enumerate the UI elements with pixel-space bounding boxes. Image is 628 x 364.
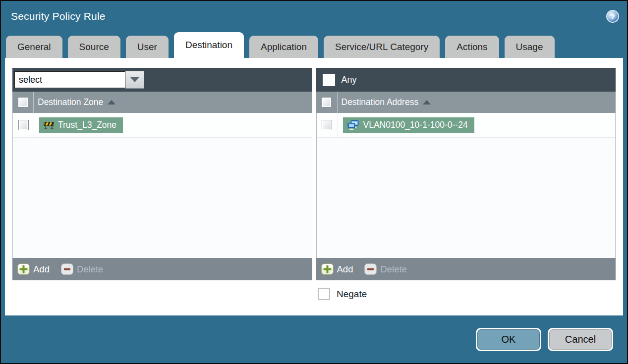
add-plus-icon: [321, 263, 334, 275]
add-plus-icon: [17, 263, 30, 275]
tab-bar: General Source User Destination Applicat…: [1, 32, 627, 58]
tab-usage[interactable]: Usage: [505, 36, 555, 58]
destination-zone-panel: Destination Zone: [12, 68, 312, 280]
tab-destination[interactable]: Destination: [174, 32, 244, 58]
destination-address-panel: Any Destination Address: [316, 68, 616, 280]
zone-add-button[interactable]: Add: [17, 263, 50, 275]
zone-select-dropdown-button[interactable]: [125, 71, 144, 89]
zone-panel-toolbar: [12, 68, 312, 92]
zone-row-checkbox[interactable]: [18, 120, 29, 130]
sort-ascending-icon: [108, 100, 115, 104]
dialog-title: Security Policy Rule: [11, 10, 106, 22]
address-add-button[interactable]: Add: [321, 263, 353, 275]
chevron-down-icon: [130, 77, 139, 82]
zone-select-all-checkbox[interactable]: [18, 97, 28, 107]
cancel-button[interactable]: Cancel: [548, 328, 613, 351]
zone-list: Trust_L3_Zone: [12, 113, 312, 258]
address-chip[interactable]: VLAN0100_10-1-100-0--24: [343, 117, 474, 133]
tab-general[interactable]: General: [6, 36, 62, 58]
address-select-all-checkbox[interactable]: [321, 97, 332, 107]
zone-add-label: Add: [33, 264, 50, 275]
zone-chip[interactable]: Trust_L3_Zone: [39, 117, 123, 133]
network-address-icon: [347, 120, 359, 130]
address-list: VLAN0100_10-1-100-0--24: [316, 113, 616, 258]
zone-delete-button[interactable]: Delete: [61, 263, 103, 275]
address-panel-toolbar: Any: [316, 68, 616, 92]
address-panel-footer: Add Delete: [316, 258, 616, 280]
zone-name: Trust_L3_Zone: [58, 120, 116, 130]
address-add-label: Add: [337, 264, 353, 275]
ok-button[interactable]: OK: [476, 328, 541, 351]
tab-user[interactable]: User: [126, 36, 169, 58]
tab-source[interactable]: Source: [68, 36, 120, 58]
zone-barrier-icon: [44, 121, 54, 129]
delete-minus-icon: [61, 263, 73, 275]
negate-row: Negate: [318, 288, 623, 300]
help-icon[interactable]: ?: [606, 10, 619, 23]
sort-ascending-icon: [423, 100, 431, 104]
dialog-footer: OK Cancel: [1, 315, 627, 351]
delete-minus-icon: [364, 263, 377, 275]
zone-select-input[interactable]: [14, 71, 125, 88]
address-name: VLAN0100_10-1-100-0--24: [363, 120, 468, 130]
zone-delete-label: Delete: [77, 264, 103, 275]
negate-label: Negate: [337, 289, 367, 300]
address-row-checkbox[interactable]: [322, 120, 332, 130]
tab-application[interactable]: Application: [249, 36, 318, 58]
zone-column-header[interactable]: Destination Zone: [12, 92, 312, 113]
address-column-header[interactable]: Destination Address: [316, 92, 616, 113]
any-label: Any: [342, 75, 357, 85]
tab-service-url-category[interactable]: Service/URL Category: [324, 36, 440, 58]
any-checkbox[interactable]: [323, 74, 335, 86]
destination-tab-content: Destination Zone: [5, 58, 623, 315]
negate-checkbox[interactable]: [318, 288, 330, 300]
security-policy-rule-dialog: Security Policy Rule ? General Source Us…: [0, 0, 628, 364]
address-delete-label: Delete: [380, 264, 406, 275]
address-column-label: Destination Address: [342, 97, 419, 107]
tab-actions[interactable]: Actions: [445, 36, 499, 58]
address-row[interactable]: VLAN0100_10-1-100-0--24: [317, 113, 616, 138]
address-delete-button[interactable]: Delete: [364, 263, 406, 275]
zone-column-label: Destination Zone: [38, 97, 103, 107]
zone-row[interactable]: Trust_L3_Zone: [13, 113, 312, 138]
titlebar: Security Policy Rule ?: [1, 1, 627, 32]
zone-panel-footer: Add Delete: [12, 258, 312, 280]
